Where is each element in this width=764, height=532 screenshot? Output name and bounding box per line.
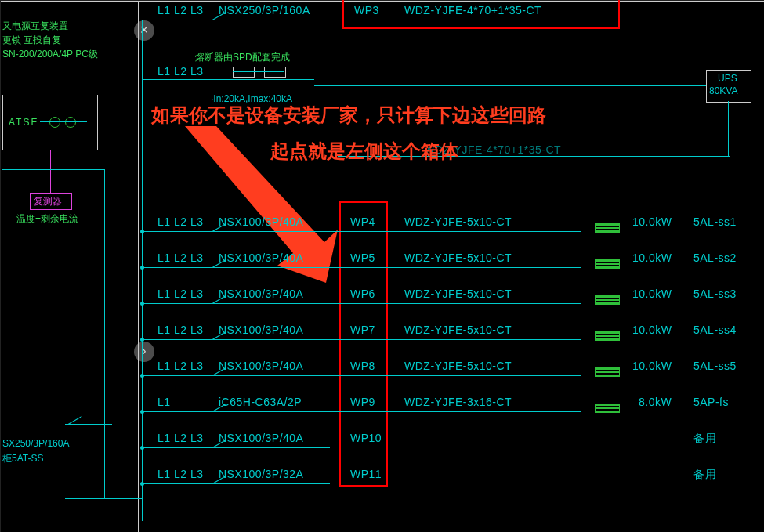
- spd-lines: L1 L2 L3: [158, 65, 204, 78]
- note-line3: SN-200/200A/4P PC级: [2, 48, 98, 61]
- r2-brk: NSX100/3P/40A: [219, 288, 303, 300]
- r5-id: WP9: [350, 396, 375, 408]
- note-line2: 更锁 互投自复: [2, 34, 61, 47]
- spd-note: 熔断器由SPD配套完成: [195, 51, 290, 64]
- r2-ld: 10.0kW: [632, 288, 672, 300]
- wp3-lines: L1 L2 L3: [158, 4, 204, 16]
- r1-ld: 10.0kW: [632, 252, 672, 264]
- wp3-wire: [142, 20, 690, 20]
- r4-ld: 10.0kW: [632, 360, 672, 372]
- r3-brk: NSX100/3P/40A: [219, 324, 303, 336]
- r4-dst: 5AL-ss5: [693, 360, 737, 372]
- r0-lines: L1 L2 L3: [158, 215, 204, 228]
- r0-cab: WDZ-YJFE-5x10-CT: [404, 215, 512, 228]
- r3-ld: 10.0kW: [632, 324, 672, 336]
- ups-name: UPS: [718, 73, 737, 84]
- r0-id: WP4: [350, 215, 375, 228]
- ups-kva: 80KVA: [709, 85, 737, 96]
- r2-id: WP6: [350, 288, 375, 300]
- r7-lines: L1 L2 L3: [158, 468, 204, 480]
- r5-dst: 5AP-fs: [693, 396, 729, 408]
- r1-dst: 5AL-ss2: [693, 252, 737, 264]
- r5-lines: L1: [158, 396, 171, 408]
- r2-cab: WDZ-YJFE-5x10-CT: [404, 288, 512, 300]
- r7-id: WP11: [350, 468, 382, 480]
- r6-lines: L1 L2 L3: [158, 432, 204, 444]
- monitor-label: 复测器: [34, 195, 62, 208]
- atse-label: ATSE: [9, 117, 38, 128]
- r6-dst: 备用: [693, 432, 716, 446]
- r4-id: WP8: [350, 360, 375, 372]
- r0-ld: 10.0kW: [632, 215, 672, 228]
- r1-brk: NSX100/3P/40A: [219, 252, 303, 264]
- r0-symbol: [595, 223, 620, 233]
- diagram-canvas: 又电源互复装置 更锁 互投自复 SN-200/200A/4P PC级 × › L…: [0, 0, 764, 532]
- bottom-panel: 柜5AT-SS: [2, 452, 43, 465]
- r4-lines: L1 L2 L3: [158, 360, 204, 372]
- r4-brk: NSX100/3P/40A: [219, 360, 303, 372]
- highlight-box-top: [342, 0, 620, 29]
- r5-ld: 8.0kW: [639, 396, 672, 408]
- r5-cab: WDZ-YJFE-3x16-CT: [404, 396, 512, 408]
- close-icon[interactable]: ×: [134, 20, 154, 41]
- annotation-1: 如果你不是设备安装厂家，只计算下边这些回路: [151, 103, 546, 128]
- r5-brk: iC65H-C63A/2P: [219, 396, 302, 408]
- wp3-breaker: NSX250/3P/160A: [219, 4, 310, 16]
- r1-lines: L1 L2 L3: [158, 252, 204, 264]
- r7-brk: NSX100/3P/32A: [219, 468, 303, 480]
- next-icon[interactable]: ›: [134, 342, 154, 362]
- r0-dst: 5AL-ss1: [693, 215, 737, 228]
- r4-cab: WDZ-YJFE-5x10-CT: [404, 360, 512, 372]
- r3-lines: L1 L2 L3: [158, 324, 204, 336]
- r3-id: WP7: [350, 324, 375, 336]
- r3-cab: WDZ-YJFE-5x10-CT: [404, 324, 512, 336]
- r0-brk: NSX100/3P/40A: [219, 215, 303, 228]
- r3-dst: 5AL-ss4: [693, 324, 737, 336]
- r7-dst: 备用: [693, 468, 716, 482]
- r2-lines: L1 L2 L3: [158, 288, 204, 300]
- r1-cab: WDZ-YJFE-5x10-CT: [404, 252, 512, 264]
- r6-brk: NSX100/3P/40A: [219, 432, 303, 444]
- note-line1: 又电源互复装置: [2, 20, 68, 33]
- r1-id: WP5: [350, 252, 375, 264]
- monitor-note: 温度+剩余电流: [16, 212, 78, 226]
- r2-dst: 5AL-ss3: [693, 288, 737, 300]
- bottom-breaker: SX250/3P/160A: [2, 438, 69, 449]
- r6-id: WP10: [350, 432, 382, 444]
